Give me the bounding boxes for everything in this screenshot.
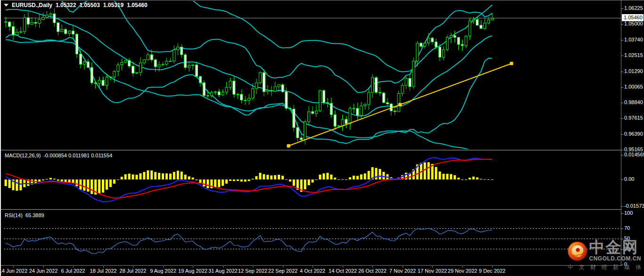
price-axis-tick-label: 1.00065 — [624, 84, 643, 89]
bollinger-55 — [6, 0, 492, 154]
watermark-tagline-char: 体 — [636, 263, 641, 271]
macd-rsi-separator-shadow — [0, 210, 644, 210]
macd-panel — [5, 158, 494, 202]
watermark-tagline-char: 媒 — [624, 263, 630, 271]
symbol-marker-icon — [4, 4, 8, 7]
watermark-domain-text: CNGOLD.COM.CN — [589, 255, 642, 262]
price-axis-tick — [621, 103, 623, 103]
trendline-handle[interactable] — [287, 144, 290, 147]
price-axis-tick-label: 0.98840 — [624, 99, 643, 105]
macd-axis-tick-label: -0.015735 — [624, 203, 644, 209]
rsi-line — [6, 228, 492, 253]
rsi-axis-tick — [621, 213, 623, 214]
chart-plot-area[interactable] — [4, 0, 621, 265]
price-axis-tick-label: 1.03740 — [624, 37, 643, 42]
low-value: 1.05319 — [103, 2, 124, 8]
macd-axis-tick-label: 0.00 — [624, 176, 634, 182]
price-axis-tick — [621, 8, 623, 9]
cngold-logo-icon — [568, 241, 587, 262]
date-axis-label: 12 Sep 2022 — [238, 268, 267, 274]
date-axis-tick — [133, 266, 133, 268]
rsi-axis-tick-label: 70 — [624, 225, 630, 231]
date-axis-label: 17 Nov 2022 — [418, 268, 447, 274]
macd-histogram — [5, 162, 494, 195]
date-axis-label: 26 Oct 2022 — [358, 268, 387, 274]
trendline-handle[interactable] — [398, 103, 402, 106]
rsi-value: 65.3889 — [25, 212, 44, 218]
window-left-border — [0, 0, 1, 276]
date-axis-tick — [43, 266, 44, 268]
date-axis-tick — [313, 266, 313, 268]
price-axis-tick — [621, 87, 623, 88]
macd-axis-tick — [621, 179, 623, 180]
macd-axis-tick — [621, 155, 623, 155]
date-axis-tick — [403, 266, 403, 268]
date-axis-label: 4 Oct 2022 — [300, 268, 325, 274]
close-value: 1.05460 — [127, 2, 147, 8]
date-axis-tick — [253, 266, 253, 268]
watermark-tagline-char: 财 — [590, 263, 596, 271]
price-axis-tick — [621, 24, 623, 24]
rsi-axis-tick — [621, 228, 623, 229]
date-axis-label: 31 Aug 2022 — [208, 268, 238, 274]
watermark-tagline: 中文财经新媒体 — [568, 263, 641, 271]
date-axis-label: 14 Oct 2022 — [329, 268, 357, 274]
price-axis-tick — [621, 134, 623, 135]
high-value: 1.05503 — [79, 2, 99, 8]
price-axis-tick — [621, 150, 623, 150]
rsi-name: RSI(14) — [5, 212, 23, 218]
date-axis-tick — [13, 266, 14, 268]
rsi-axis-tick-label: 100 — [624, 210, 633, 216]
date-axis-label: 22 Sep 2022 — [268, 268, 297, 274]
chart-dateaxis-separator — [0, 265, 644, 266]
date-axis-label: 9 Dec 2022 — [479, 268, 505, 274]
price-axis-tick — [621, 40, 623, 41]
open-value: 1.05322 — [56, 2, 76, 8]
date-axis-label: 24 Jun 2022 — [29, 268, 58, 274]
macd-axis-tick — [621, 206, 623, 207]
symbol-period-label: EURUSD.,Daily — [12, 2, 52, 8]
date-axis-tick — [343, 266, 343, 268]
candlestick-series — [5, 8, 494, 144]
watermark-tagline-char: 经 — [602, 263, 607, 271]
date-axis-label: 29 Nov 2022 — [448, 268, 477, 274]
price-axis-tick-label: 0.97615 — [624, 115, 643, 121]
watermark-tagline-char: 文 — [579, 263, 585, 271]
chart-title: EURUSD.,Daily 1.05322 1.05503 1.05319 1.… — [4, 2, 148, 8]
date-axis-tick — [73, 266, 74, 268]
macd-indicator-label: MACD(12,26,9) -0.000854 0.011981 0.01155… — [5, 153, 112, 158]
date-axis-tick — [462, 266, 463, 268]
price-axis-tick-label: 1.05000 — [624, 21, 643, 26]
price-axis-tick-label: 1.01290 — [624, 68, 643, 74]
date-axis-tick — [163, 266, 164, 268]
date-axis-label: 9 Aug 2022 — [150, 268, 176, 274]
window-top-border — [0, 0, 644, 0]
watermark-tagline-char: 中 — [568, 263, 573, 271]
date-axis-tick — [193, 266, 193, 268]
date-axis-tick — [103, 266, 104, 268]
main-macd-separator-shadow — [0, 150, 644, 151]
rsi-panel — [4, 228, 621, 253]
date-axis-label: 19 Aug 2022 — [178, 268, 207, 274]
price-axis-tick — [621, 118, 623, 119]
date-axis-tick — [372, 266, 373, 268]
price-axis-tick — [621, 72, 623, 72]
macd-values: -0.000854 0.011981 0.011554 — [43, 153, 112, 158]
date-axis-label: 14 Jun 2022 — [0, 268, 27, 274]
price-axis-tick-label: 1.06225 — [624, 5, 643, 11]
cngold-watermark: 中金网 CNGOLD.COM.CN 中文财经新媒体 — [568, 240, 641, 271]
trendline-handle[interactable] — [510, 62, 513, 65]
macd-axis-tick-label: 0.014569 — [624, 152, 644, 157]
date-axis-label: 28 Jul 2022 — [120, 268, 147, 274]
date-axis-tick — [283, 266, 283, 268]
date-axis-tick — [223, 266, 223, 268]
date-axis-tick — [492, 266, 493, 268]
date-axis-label: 18 Jul 2022 — [90, 268, 117, 274]
watermark-brand-text: 中金网 — [589, 240, 642, 254]
date-axis-tick — [432, 266, 433, 268]
chart-canvas — [4, 0, 621, 265]
price-axis[interactable]: 1.062251.050001.037401.025151.012901.000… — [621, 0, 644, 276]
price-axis-tick — [621, 56, 623, 56]
macd-name: MACD(12,26,9) — [5, 153, 41, 158]
date-axis[interactable]: 14 Jun 202224 Jun 20226 Jul 202218 Jul 2… — [0, 266, 644, 276]
